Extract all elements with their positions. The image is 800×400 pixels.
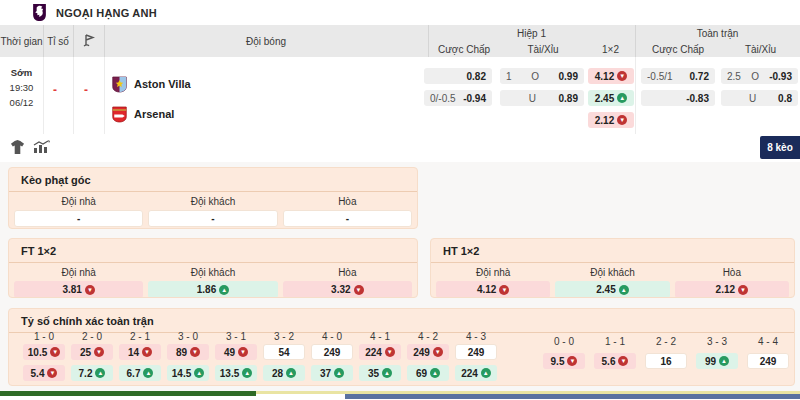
score-odds-cell[interactable]: 14▼ [119,344,161,360]
h1-overunder-odds-row2[interactable]: U0.89 [500,90,584,106]
trend-up-icon: ▲ [143,368,153,378]
column-divider [104,25,105,57]
corner-draw-odds[interactable]: - [283,210,412,227]
home-team-row[interactable]: Aston Villa [112,75,191,93]
ht-home-odds[interactable]: 4.12▼ [436,281,550,298]
score-odds-cell[interactable]: 224▼ [359,344,401,360]
h1-handicap-odds-row2[interactable]: 0/-0.5-0.94 [424,90,492,106]
header-away: Đội khách [148,196,277,207]
column-divider [104,57,105,134]
column-divider [73,25,74,57]
odds-value: 99 [705,356,716,367]
trend-down-icon: ▼ [354,285,364,295]
odds-value: 25 [80,347,91,358]
ft-home-odds[interactable]: 3.81▼ [14,281,143,298]
corner-away-odds[interactable]: - [148,210,277,227]
corner-home-odds[interactable]: - [14,210,143,227]
score-odds-cell[interactable]: 35▲ [359,365,401,381]
bottom-bar-green [0,391,256,396]
corner-flag-icon [73,25,104,57]
match-date: 06/12 [0,95,43,110]
trend-up-icon: ▲ [242,368,252,378]
odds-value: 28 [272,368,283,379]
home-team-name: Aston Villa [134,78,191,90]
handicap-line: 0/-0.5 [430,93,456,104]
odds-value: -0.93 [769,71,792,82]
h1-1x2-draw-odds[interactable]: 2.12▼ [588,112,634,128]
score-odds-cell[interactable]: 99▲ [696,353,738,369]
column-divider [635,25,636,57]
match-row: Sớm 19:30 06/12 - - Aston Villa Arsenal … [0,57,800,135]
jersey-icon[interactable] [10,140,25,154]
score-label: 1 - 1 [594,336,636,347]
ft-overunder-odds-row1[interactable]: 2.5O-0.93 [721,68,798,84]
odds-value: 0.8 [778,93,792,104]
col-header-h1-overunder: Tài/Xỉu [500,41,586,57]
col-group-half1: Hiệp 1 [428,25,635,41]
odds-value: 14.5 [172,368,191,379]
column-divider [428,25,429,57]
ht-draw-odds[interactable]: 2.12▼ [675,281,789,298]
corner-odds-card: Kèo phạt góc Đội nhà Đội khách Hòa - - - [8,167,418,229]
score-odds-cell[interactable]: 28▲ [263,365,305,381]
trend-up-icon: ▲ [619,285,629,295]
ft-draw-odds[interactable]: 3.32▼ [283,281,412,298]
score-odds-cell[interactable]: 10.5▼ [23,344,65,360]
trend-down-icon: ▼ [385,347,395,357]
odds-value: 37 [320,368,331,379]
score-odds-cell[interactable]: 14.5▲ [167,365,209,381]
col-group-full: Toàn trận [635,25,800,41]
ft-overunder-odds-row2[interactable]: U0.8 [721,90,798,106]
h1-1x2-home-odds[interactable]: 4.12▼ [588,68,634,84]
ft-handicap-odds-row2[interactable]: -0.83 [641,90,715,106]
score-label: 4 - 3 [455,331,497,342]
score-odds-cell[interactable]: 9.5▼ [543,353,585,369]
score-odds-cell[interactable]: 69▲ [407,365,449,381]
score-odds-cell[interactable]: 54 [263,344,305,360]
header-away: Đội khách [148,267,277,278]
score-odds-cell[interactable]: 249 [747,353,789,369]
ft-handicap-odds-row1[interactable]: -0.5/10.72 [641,68,715,84]
h1-1x2-away-odds[interactable]: 2.45▲ [588,90,634,106]
odds-value: 9.5 [551,356,565,367]
h1-overunder-odds-row1[interactable]: 1O0.99 [500,68,584,84]
odds-value: 0.82 [467,71,486,82]
odds-value: 4.12 [477,284,496,295]
score-odds-cell[interactable]: 5.4▼ [23,365,65,381]
bets-count-button[interactable]: 8 kèo [760,136,800,159]
score-odds-cell[interactable]: 25▼ [71,344,113,360]
trend-up-icon: ▲ [95,368,105,378]
odds-value: -0.94 [463,93,486,104]
score-odds-cell[interactable]: 224▲ [455,365,497,381]
match-score: - [53,83,57,97]
trend-down-icon: ▼ [617,71,627,81]
trend-down-icon: ▼ [190,347,200,357]
score-odds-cell[interactable]: 89▼ [167,344,209,360]
score-odds-cell[interactable]: 49▼ [215,344,257,360]
ou-side-label: O [751,71,759,82]
score-odds-cell[interactable]: 6.7▲ [119,365,161,381]
score-odds-cell[interactable]: 249▼ [407,344,449,360]
h1-handicap-odds-row1[interactable]: 0.82 [424,68,492,84]
ht-away-odds[interactable]: 2.45▲ [555,281,669,298]
score-odds-cell[interactable]: 249 [455,344,497,360]
stats-chart-icon[interactable] [33,140,50,154]
trend-up-icon: ▲ [719,356,729,366]
ft-away-odds[interactable]: 1.86▲ [148,281,277,298]
match-time-label: Sớm [0,65,43,80]
match-kickoff-time: 19:30 [0,80,43,95]
score-odds-cell[interactable]: 249 [311,344,353,360]
table-header: Thời gian Tỉ số Đội bóng Hiệp 1 Toàn trậ… [0,25,800,58]
trend-down-icon: ▼ [499,285,509,295]
corner-score: - [84,83,88,97]
score-odds-cell[interactable]: 7.2▲ [71,365,113,381]
score-odds-cell[interactable]: 16 [645,353,687,369]
score-odds-cell[interactable]: 5.6▼ [594,353,636,369]
column-divider [73,57,74,134]
away-team-row[interactable]: Arsenal [112,105,174,123]
score-odds-cell[interactable]: 13.5▲ [215,365,257,381]
col-header-teams: Đội bóng [104,25,428,57]
corner-card-headers: Đội nhà Đội khách Hòa [9,192,417,210]
score-label: 3 - 0 [167,331,209,342]
score-odds-cell[interactable]: 37▲ [311,365,353,381]
